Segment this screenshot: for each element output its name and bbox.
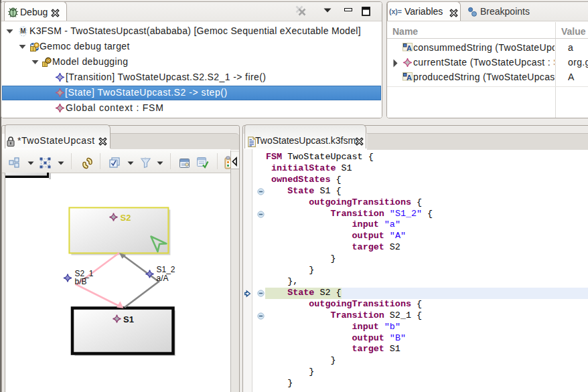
svg-text:A: A — [407, 44, 412, 52]
svg-text:b/B: b/B — [75, 277, 87, 286]
svg-text:S1: S1 — [123, 314, 134, 324]
svg-text:S1_2: S1_2 — [157, 265, 175, 274]
svg-text:a/A: a/A — [157, 274, 169, 283]
svg-text:S2: S2 — [121, 213, 131, 223]
svg-text:M: M — [20, 27, 25, 35]
svg-text:A: A — [407, 74, 412, 82]
